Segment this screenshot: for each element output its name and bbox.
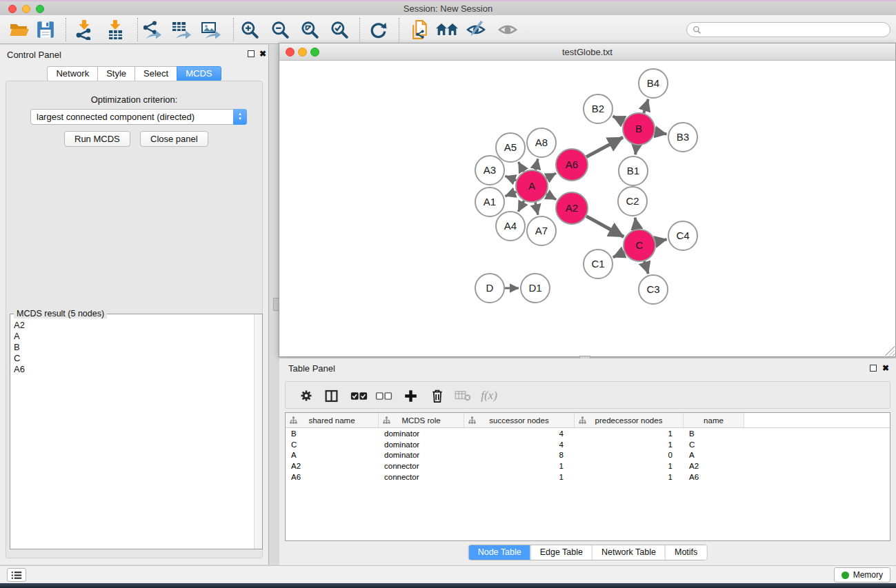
table-row[interactable]: A2connector11A2 [286,460,890,472]
mcds-result-item[interactable]: A [14,331,254,342]
graph-node-a8[interactable]: A8 [527,128,556,157]
graph-edge-c-c2[interactable] [635,218,637,230]
graph-node-b2[interactable]: B2 [584,94,613,123]
search-field[interactable] [686,22,890,37]
column-header-mcds-role[interactable]: MCDS role [379,413,464,427]
table-cell[interactable]: dominator [379,429,464,438]
delete-table-icon[interactable] [453,387,472,405]
table-cell[interactable]: dominator [379,440,464,449]
graph-node-a[interactable]: A [516,170,548,202]
graph-edge-a-a5[interactable] [519,162,524,172]
save-session-icon[interactable] [34,19,57,41]
tab-network-table[interactable]: Network Table [592,545,665,560]
table-cell[interactable]: 1 [575,473,684,481]
tab-mcds[interactable]: MCDS [177,66,221,81]
graph-node-c3[interactable]: C3 [639,275,668,304]
table-cell[interactable]: 8 [464,451,575,459]
table-cell[interactable]: 1 [464,462,575,470]
table-cell[interactable]: C [684,440,744,449]
graph-node-c2[interactable]: C2 [618,187,647,216]
tab-node-table[interactable]: Node Table [469,545,530,560]
mcds-result-item[interactable]: C [14,353,254,364]
float-panel-icon[interactable] [870,365,877,372]
graph-node-a2[interactable]: A2 [556,192,588,224]
graph-node-c1[interactable]: C1 [584,250,613,278]
add-column-icon[interactable] [401,387,420,405]
graph-edge-b-b4[interactable] [644,99,648,113]
table-cell[interactable]: B [286,429,379,438]
apply-function-icon[interactable]: f(x) [479,387,499,405]
tab-motifs[interactable]: Motifs [665,545,706,560]
clone-network-icon[interactable] [408,19,430,41]
select-all-columns-icon[interactable] [349,387,368,405]
graph-edge-a-a6[interactable] [546,173,556,178]
delete-columns-icon[interactable] [428,387,447,405]
graph-node-c[interactable]: C [624,230,655,261]
refresh-icon[interactable] [367,19,389,41]
graph-node-b3[interactable]: B3 [668,123,697,152]
graph-node-b4[interactable]: B4 [639,69,668,98]
zoom-selected-icon[interactable] [328,19,350,41]
mcds-result-item[interactable]: A6 [14,364,254,375]
table-cell[interactable]: A [286,451,379,459]
graph-edge-b-b3[interactable] [655,132,667,134]
scrollbar[interactable] [254,314,262,549]
table-cell[interactable]: connector [379,473,464,481]
graph-edge-a2-c[interactable] [586,216,624,237]
mcds-result-item[interactable]: A2 [14,320,254,331]
criterion-dropdown[interactable]: largest connected component (directed) ▲… [30,109,247,125]
network-canvas[interactable]: B4B2BB3A8A5A6A3B1AC2A1A2A4A7C4CC1DD1C3 [279,61,895,356]
graph-node-a3[interactable]: A3 [475,156,504,185]
export-image-icon[interactable] [200,19,222,41]
graph-edge-c-c1[interactable] [613,252,624,257]
home-icon[interactable] [436,19,458,41]
float-panel-icon[interactable] [248,50,255,57]
graph-edge-a-a8[interactable] [535,159,538,170]
graph-node-a5[interactable]: A5 [496,133,525,162]
table-row[interactable]: Adominator80A [286,449,890,460]
table-cell[interactable]: A [684,451,744,459]
resize-grip[interactable] [885,346,895,356]
column-header-predecessor-nodes[interactable]: predecessor nodes [575,413,684,427]
graph-node-b[interactable]: B [623,113,655,145]
table-cell[interactable]: 1 [464,473,575,481]
graph-edge-a-a1[interactable] [505,192,516,196]
table-cell[interactable]: 1 [575,429,684,438]
table-settings-icon[interactable] [297,387,316,405]
table-row[interactable]: Cdominator41C [286,439,890,450]
table-cell[interactable]: 1 [575,462,684,470]
column-header-successor-nodes[interactable]: successor nodes [464,413,575,427]
graph-edge-b-b1[interactable] [635,145,637,154]
zoom-in-icon[interactable] [239,19,261,41]
show-columns-icon[interactable] [321,387,341,405]
graph-node-a1[interactable]: A1 [475,187,504,216]
import-network-icon[interactable] [73,19,95,41]
table-cell[interactable]: dominator [379,451,464,459]
zoom-out-icon[interactable] [269,19,291,41]
graph-node-a4[interactable]: A4 [496,212,525,241]
table-cell[interactable]: 4 [464,440,575,449]
table-cell[interactable]: A6 [286,473,379,481]
open-session-icon[interactable] [8,19,30,41]
graph-edge-a6-b[interactable] [586,137,623,156]
graph-node-a6[interactable]: A6 [556,149,588,181]
node-table[interactable]: shared nameMCDS rolesuccessor nodesprede… [285,412,890,541]
search-input[interactable] [705,25,890,34]
task-history-button[interactable] [7,568,26,582]
graph-node-b1[interactable]: B1 [619,156,648,185]
graph-edge-b-b2[interactable] [613,116,624,122]
table-cell[interactable]: B [684,429,744,438]
network-window-titlebar[interactable]: testGlobe.txt [279,43,895,61]
tab-network[interactable]: Network [47,66,98,81]
graph-node-d[interactable]: D [475,274,504,303]
export-table-icon[interactable] [170,19,192,41]
show-graphics-details-icon[interactable] [497,19,519,41]
hide-graphics-details-icon[interactable] [465,19,487,41]
table-row[interactable]: A6connector11A6 [286,472,890,483]
table-cell[interactable]: A2 [684,462,744,470]
graph-edge-a-a2[interactable] [546,194,556,200]
table-cell[interactable]: C [286,440,379,449]
column-header-name[interactable]: name [684,413,744,427]
close-panel-icon[interactable]: ✖ [259,49,266,59]
mcds-result-item[interactable]: B [14,342,254,353]
